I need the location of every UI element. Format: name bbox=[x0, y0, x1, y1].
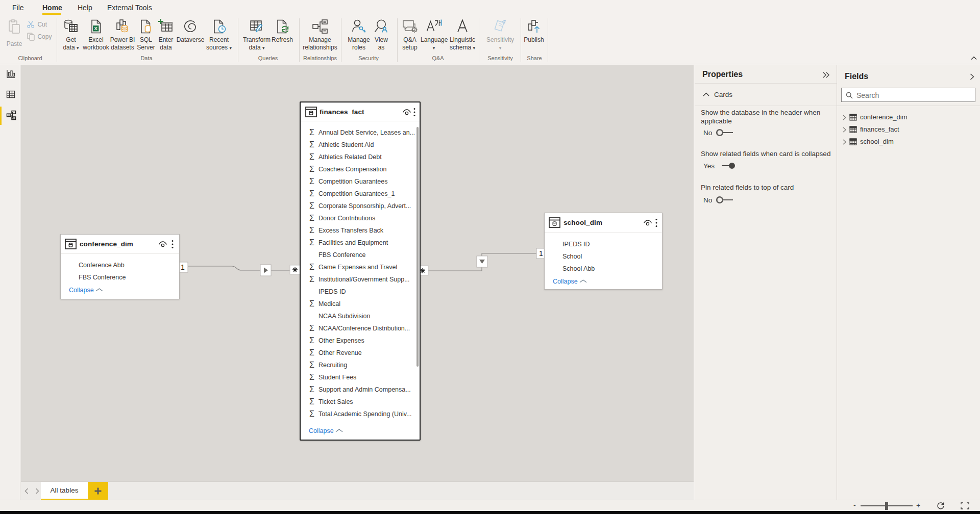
svg-text:1: 1 bbox=[181, 263, 185, 271]
svg-text:1: 1 bbox=[539, 249, 543, 258]
svg-text:X: X bbox=[94, 25, 98, 31]
